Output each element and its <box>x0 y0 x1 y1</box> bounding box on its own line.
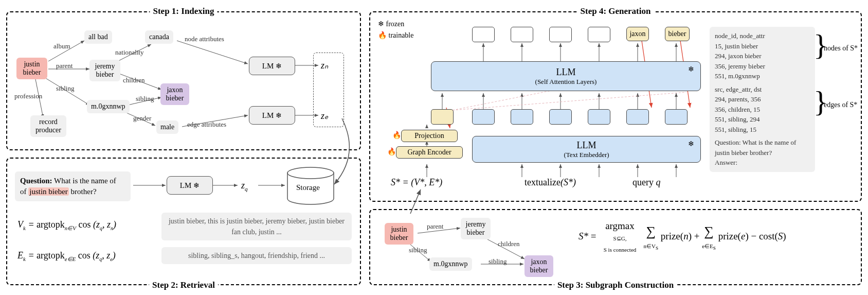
text-token-4 <box>588 109 610 125</box>
lm-box-edges: LM❄ <box>249 106 295 125</box>
text-token-5 <box>626 109 649 125</box>
text-token-6 <box>665 109 688 125</box>
trainable-icon: 🔥 <box>387 148 396 156</box>
edge-profession: profession <box>14 92 42 100</box>
node-jaxon-bieber: jaxon bieber <box>160 83 189 105</box>
output-token-blank-4 <box>588 27 610 42</box>
output-token-blank-3 <box>549 27 572 42</box>
output-token-bieber: bieber <box>665 27 690 41</box>
projection-layer: 🔥 Projection <box>401 130 458 142</box>
frozen-icon: ❄ <box>276 111 282 120</box>
output-token-blank-2 <box>511 27 533 42</box>
frozen-icon: ❄ <box>193 181 200 190</box>
s3-node-jaxon: jaxon bieber <box>525 255 553 277</box>
lm-box-query: LM❄ <box>167 176 213 195</box>
vk-result-list: justin bieber, this is justin bieber, je… <box>161 213 352 240</box>
frozen-icon: ❄ <box>688 140 694 148</box>
graph-token <box>431 109 454 125</box>
s-star-input: S* = (V*, E*) <box>391 177 442 188</box>
llm-self-attention: LLM ❄ (Self Attention Layers) <box>431 61 701 91</box>
edges-of-sstar: edges of S* <box>824 101 857 109</box>
s3-node-justin: justin bieber <box>385 223 413 245</box>
s3-node-m0: m.0gxnnwp <box>429 257 472 271</box>
node-record-producer: record producer <box>30 115 66 137</box>
output-token-jaxon: jaxon <box>626 27 649 41</box>
node-justin-bieber: justin bieber <box>16 58 47 79</box>
s3-node-jeremy: jeremy bieber <box>461 218 491 239</box>
question-label: Question: <box>20 177 52 185</box>
question-entity: justin bieber <box>28 187 69 196</box>
output-token-blank-1 <box>472 27 495 42</box>
zq-symbol: zq <box>241 180 248 192</box>
vk-equation: Vk = argtopkn∈V cos (zq, zn) <box>17 219 116 232</box>
nodes-of-sstar: nodes of S* <box>824 44 858 53</box>
edge-album: album <box>53 42 70 50</box>
edge-nationality: nationality <box>115 48 144 57</box>
graph-encoder: 🔥 Graph Encoder <box>396 146 463 159</box>
textualize-label: textualize(S*) <box>525 177 576 188</box>
svg-point-15 <box>287 167 334 179</box>
question-box: Question: What is the name of of justin … <box>15 171 131 201</box>
frozen-icon: ❄ <box>276 62 282 71</box>
edge-parent: parent <box>56 62 73 70</box>
step3-panel: Step 3: Subgraph Construction justin bie… <box>369 209 862 285</box>
frozen-icon: ❄ <box>688 65 694 74</box>
node-canada: canada <box>145 30 173 44</box>
ek-equation: Ek = argtopke∈E cos (zq, ze) <box>17 250 116 263</box>
step4-panel: Step 4: Generation ❄ frozen 🔥 trainable <box>369 11 862 202</box>
textualized-sstar: node_id, node_attr 15, justin bieber 294… <box>710 27 815 172</box>
ek-result-list: sibling, sibling_s, hangout, friendship,… <box>161 247 352 264</box>
node-male: male <box>156 120 178 134</box>
node-m0: m.0gxnnwp <box>87 100 130 113</box>
edge-children: children <box>123 76 145 84</box>
llm-text-embedder: LLM ❄ (Text Embedder) <box>472 136 701 163</box>
edge-gender: gender <box>133 114 151 123</box>
step2-panel: Step 2: Retrieval Question: What is the … <box>6 158 361 285</box>
s3-edge-children: children <box>498 240 520 248</box>
edge-edge-attr: edge attributes <box>187 120 226 129</box>
trainable-icon: 🔥 <box>392 131 401 140</box>
step1-panel: Step 1: Indexing justin bieber all bad j… <box>6 11 361 150</box>
node-all-bad: all bad <box>84 30 112 44</box>
text-token-2 <box>511 109 533 125</box>
sstar-equation: S* = argmax S⊆G,S is connected ∑n∈VS pri… <box>578 220 786 254</box>
s3-edge-parent: parent <box>427 222 443 231</box>
text-token-1 <box>472 109 495 125</box>
svg-line-8 <box>177 41 248 64</box>
s3-edge-sibling-1: sibling <box>409 246 427 254</box>
query-label: query q <box>632 177 660 188</box>
storage-label: Storage <box>296 183 320 192</box>
edge-node-attr: node attributes <box>185 35 224 43</box>
node-jeremy-bieber: jeremy bieber <box>89 60 120 81</box>
edge-sibling-1: sibling <box>56 84 74 93</box>
edge-sibling-2: sibling <box>136 95 154 103</box>
s3-edge-sibling-2: sibling <box>489 257 507 266</box>
text-token-3 <box>549 109 572 125</box>
zn-ze-group <box>313 53 344 127</box>
lm-box-nodes: LM❄ <box>249 57 295 75</box>
